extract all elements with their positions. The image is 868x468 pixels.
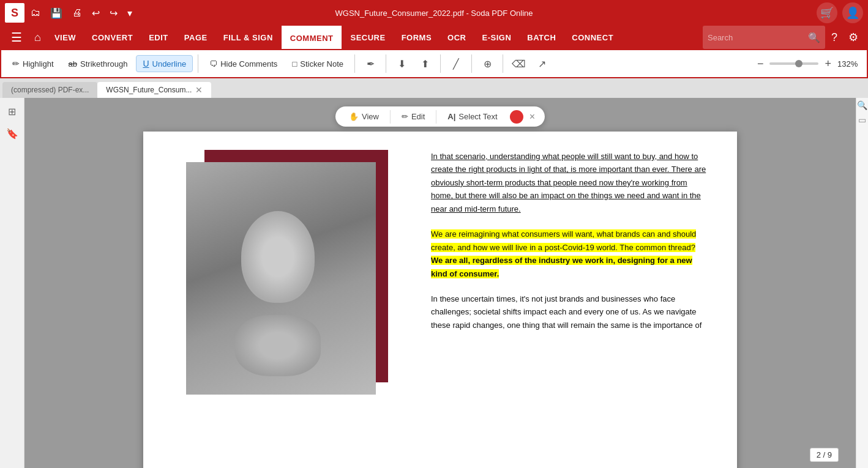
hide-comments-icon: 🗨 — [209, 59, 217, 69]
stamp2-icon[interactable]: ⬆ — [414, 53, 435, 74]
pen-tool-icon[interactable]: ✒ — [360, 53, 381, 74]
float-view-button[interactable]: ✋ View — [342, 109, 386, 124]
toolbar-separator-1 — [198, 54, 198, 73]
crosshair-icon[interactable]: ⊕ — [477, 53, 498, 74]
zoom-control: − + 132% — [755, 56, 862, 72]
comment-toolbar: ✏ Highlight ab Strikethrough U Underline… — [0, 49, 868, 78]
nav-item-batch[interactable]: BATCH — [520, 26, 563, 49]
nav-item-page[interactable]: PAGE — [177, 26, 215, 49]
redo-icon[interactable]: ↪ — [107, 5, 120, 21]
line-tool-icon[interactable]: ╱ — [446, 53, 466, 74]
underline-button[interactable]: U Underline — [136, 55, 193, 72]
sticker-note-button[interactable]: □ Sticker Note — [286, 56, 350, 72]
right-search-icon[interactable]: 🔍 — [857, 100, 867, 110]
pdf-highlight-text: We are reimagining what consumers will w… — [431, 229, 696, 278]
save-icon[interactable]: 💾 — [48, 5, 65, 21]
tabs-bar: (compressed) PDF-ex... WGSN_Future_Consu… — [0, 78, 868, 98]
nav-item-convert[interactable]: CONVERT — [84, 26, 140, 49]
zoom-level-label: 132% — [837, 59, 862, 69]
toolbar-separator-2 — [354, 54, 355, 73]
float-edit-icon: ✏ — [402, 112, 408, 121]
nav-item-edit[interactable]: EDIT — [141, 26, 176, 49]
highlight-pen-icon: ✏ — [12, 59, 20, 69]
hide-comments-button[interactable]: 🗨 Hide Comments — [203, 56, 283, 72]
page-number-badge: 2 / 9 — [810, 448, 839, 462]
settings-icon[interactable]: ⚙ — [844, 26, 863, 49]
nav-bar: ☰ ⌂ VIEW CONVERT EDIT PAGE FILL & SIGN C… — [0, 26, 868, 49]
pdf-image-container — [174, 150, 413, 382]
pdf-underlined-paragraph: In that scenario, understanding what peo… — [431, 150, 706, 215]
search-input[interactable] — [708, 33, 808, 42]
stamp-icon[interactable]: ⬇ — [391, 53, 412, 74]
print-icon[interactable]: 🖨 — [70, 5, 84, 21]
float-select-text-button[interactable]: A| Select Text — [440, 109, 504, 124]
float-record-button[interactable] — [510, 110, 523, 124]
float-edit-button[interactable]: ✏ Edit — [394, 109, 432, 124]
cart-icon[interactable]: 🛒 — [817, 2, 837, 23]
pdf-page: The world is shifting at an unprecedente… — [143, 132, 737, 468]
right-scrollbar[interactable]: 🔍 ▭ — [856, 98, 868, 468]
zoom-slider-thumb[interactable] — [795, 60, 803, 67]
top-bar: S 🗂 💾 🖨 ↩ ↪ ▾ WGSN_Future_Consumer_2022.… — [0, 0, 868, 26]
nav-item-forms[interactable]: FORMS — [394, 26, 439, 49]
pdf-highlighted-paragraph: We are reimagining what consumers will w… — [431, 228, 706, 280]
search-box[interactable]: 🔍 — [703, 26, 825, 49]
tab-compressed-pdf[interactable]: (compressed) PDF-ex... — [2, 82, 97, 98]
top-bar-right: 🛒 👤 — [817, 2, 863, 23]
right-panel-icon[interactable]: ▭ — [858, 115, 866, 125]
hamburger-menu[interactable]: ☰ — [5, 26, 28, 49]
main-area: ⊞ 🔖 ✋ View ✏ Edit A| Select Text × — [0, 98, 868, 468]
undo-icon[interactable]: ↩ — [89, 5, 102, 21]
float-select-icon: A| — [447, 112, 455, 121]
highlight-button[interactable]: ✏ Highlight — [6, 56, 60, 72]
nav-item-ocr[interactable]: OCR — [440, 26, 473, 49]
floating-toolbar: ✋ View ✏ Edit A| Select Text × — [335, 106, 545, 127]
nav-item-view[interactable]: VIEW — [47, 26, 83, 49]
zoom-slider[interactable] — [769, 62, 818, 65]
zoom-plus-button[interactable]: + — [822, 56, 834, 72]
user-icon[interactable]: 👤 — [842, 2, 863, 23]
nav-item-secure[interactable]: SECURE — [343, 26, 392, 49]
float-divider-1 — [390, 110, 391, 124]
pdf-portrait-photo — [186, 162, 376, 395]
sidebar-pages-icon[interactable]: ⊞ — [4, 103, 21, 120]
app-logo[interactable]: S — [5, 3, 24, 23]
nav-item-connect[interactable]: CONNECT — [564, 26, 621, 49]
pdf-photo-inner — [186, 162, 376, 395]
pdf-bottom-paragraph: In these uncertain times, it's not just … — [431, 292, 706, 332]
search-icon: 🔍 — [808, 32, 820, 43]
sticker-note-icon: □ — [292, 59, 297, 69]
left-sidebar: ⊞ 🔖 — [0, 98, 24, 468]
eraser-icon[interactable]: ⌫ — [508, 53, 529, 74]
toolbar-separator-5 — [471, 54, 472, 73]
pdf-left-column: The world is shifting at an unprecedente… — [174, 150, 413, 468]
more-icon[interactable]: ▾ — [125, 5, 135, 21]
toolbar-separator-6 — [503, 54, 503, 73]
zoom-minus-button[interactable]: − — [755, 56, 766, 72]
nav-item-comment[interactable]: COMMENT — [282, 26, 342, 49]
pdf-right-column: In that scenario, understanding what peo… — [431, 150, 706, 468]
underline-icon: U — [143, 59, 149, 69]
tab-wgsn-pdf[interactable]: WGSN_Future_Consum... ✕ — [97, 82, 211, 98]
sidebar-bookmark-icon[interactable]: 🔖 — [4, 125, 21, 142]
toolbar-separator-3 — [386, 54, 386, 73]
float-divider-2 — [436, 110, 436, 124]
expand-icon[interactable]: ↗ — [531, 53, 552, 74]
pdf-content: The world is shifting at an unprecedente… — [174, 150, 706, 468]
nav-item-e-sign[interactable]: E-SIGN — [475, 26, 519, 49]
float-view-icon: ✋ — [349, 112, 359, 121]
float-close-button[interactable]: × — [526, 110, 539, 124]
top-bar-icons: 🗂 💾 🖨 ↩ ↪ ▾ — [28, 5, 135, 21]
strikethrough-button[interactable]: ab Strikethrough — [62, 56, 134, 72]
tab-close-icon[interactable]: ✕ — [195, 85, 203, 95]
help-icon[interactable]: ? — [826, 26, 842, 49]
folder-open-icon[interactable]: 🗂 — [28, 5, 43, 21]
home-nav-icon[interactable]: ⌂ — [29, 26, 46, 49]
toolbar-separator-4 — [440, 54, 441, 73]
pdf-viewer: ✋ View ✏ Edit A| Select Text × — [24, 98, 856, 468]
document-title: WGSN_Future_Consumer_2022.pdf - Soda PDF… — [335, 9, 533, 18]
nav-item-fill-sign[interactable]: FILL & SIGN — [216, 26, 280, 49]
strikethrough-icon: ab — [69, 59, 77, 69]
